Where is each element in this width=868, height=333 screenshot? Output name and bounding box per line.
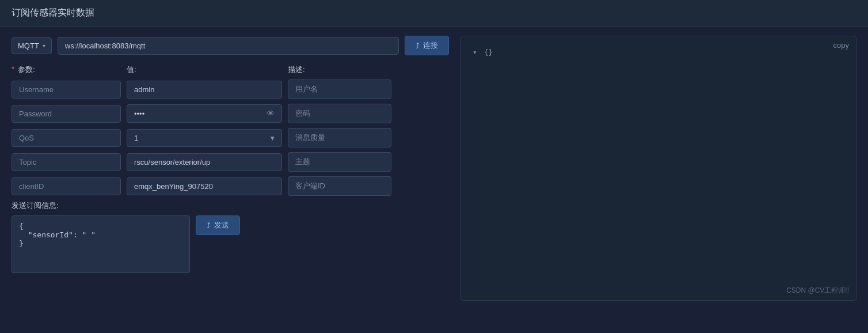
protocol-select[interactable]: MQTT ▾ [12,37,52,54]
subscribe-row: { "sensorId": " " } ⤴ 发送 [12,215,449,273]
form-row-clientid: clientID 客户端ID [12,176,449,196]
value-qos-wrapper[interactable]: 1 ▾ [127,129,282,147]
value-clientid-wrapper [127,177,282,195]
param-qos: QoS [12,129,121,147]
form-row-qos: QoS 1 ▾ 消息质量 [12,128,449,147]
page-header: 订阅传感器实时数据 [0,0,868,27]
chevron-down-icon: ▾ [43,43,45,49]
eye-icon[interactable]: 👁 [267,109,275,118]
main-content: MQTT ▾ ⤴ 连接 * 参数: 值: 描述: Userna [0,27,868,310]
collapse-arrow-icon[interactable]: ▾ [473,48,477,56]
connect-icon: ⤴ [416,41,420,50]
input-topic[interactable] [134,158,275,166]
qos-value: 1 [134,134,138,142]
desc-clientid: 客户端ID [288,176,391,196]
form-row-username: Username 用户名 [12,80,449,99]
form-headers: * 参数: 值: 描述: [12,65,449,75]
input-clientid[interactable] [134,182,275,191]
watermark: CSDN @CV工程师!! [786,286,849,296]
subscribe-label: 发送订阅信息: [12,200,449,211]
param-clientid: clientID [12,177,121,195]
left-panel: MQTT ▾ ⤴ 连接 * 参数: 值: 描述: Userna [12,36,449,301]
protocol-label: MQTT [18,41,39,50]
connection-row: MQTT ▾ ⤴ 连接 [12,36,449,55]
qos-chevron-icon: ▾ [271,134,275,142]
param-username: Username [12,81,121,99]
param-topic: Topic [12,153,121,171]
copy-button[interactable]: copy [833,41,849,50]
value-password-wrapper: 👁 [127,104,282,123]
value-topic-wrapper [127,153,282,171]
desc-qos: 消息质量 [288,128,391,147]
required-mark: * [12,65,14,74]
send-label: 发送 [214,220,229,230]
param-password: Password [12,105,121,123]
input-username[interactable] [134,85,275,94]
value-username-wrapper [127,81,282,99]
json-textarea[interactable]: { "sensorId": " " } [12,215,190,273]
desc-username: 用户名 [288,80,391,99]
desc-topic: 主题 [288,152,391,172]
form-row-topic: Topic 主题 [12,152,449,172]
desc-header: 描述: [288,65,305,74]
input-password[interactable] [134,109,267,118]
form-row-password: Password 👁 密码 [12,104,449,123]
page-title: 订阅传感器实时数据 [12,7,94,17]
desc-password: 密码 [288,104,391,123]
value-header: 值: [127,65,136,74]
json-preview-content: ▾ {} [467,42,850,62]
connect-label: 连接 [423,40,438,51]
right-panel: copy ▾ {} CSDN @CV工程师!! [460,36,856,301]
url-input[interactable] [58,37,399,55]
json-preview-text: {} [484,48,493,56]
param-header: 参数: [18,65,35,74]
connect-button[interactable]: ⤴ 连接 [405,36,449,55]
send-icon: ⤴ [207,221,211,230]
subscribe-section: 发送订阅信息: { "sensorId": " " } ⤴ 发送 [12,200,449,273]
send-button[interactable]: ⤴ 发送 [196,215,240,235]
